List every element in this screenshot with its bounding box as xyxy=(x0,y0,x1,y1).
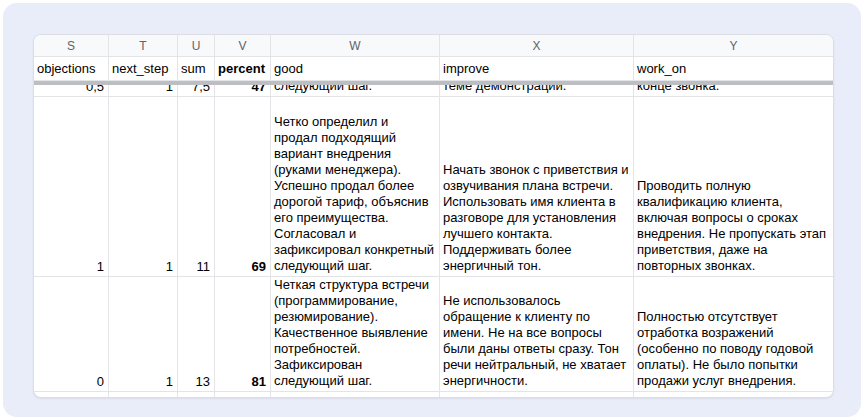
cell-good-row3[interactable]: Четкая структура встречи (программирован… xyxy=(271,277,440,392)
field-header-percent[interactable]: percent xyxy=(215,57,271,81)
spreadsheet-card: S T U V W X Y objections next_step sum p… xyxy=(33,34,834,398)
cell-objections-row3[interactable]: 0 xyxy=(34,277,109,392)
cell-next-step-row2[interactable]: 1 xyxy=(109,97,178,277)
field-header-sum[interactable]: sum xyxy=(178,57,215,81)
cell-objections-row4-clipped[interactable] xyxy=(34,392,109,397)
column-header-x[interactable]: X xyxy=(440,35,634,57)
cell-next-step-row3[interactable]: 1 xyxy=(109,277,178,392)
cell-good-row4-clipped[interactable] xyxy=(271,392,440,397)
cell-work-on-row2[interactable]: Проводить полную квалификацию клиента, в… xyxy=(634,97,833,277)
cell-percent-row4-clipped[interactable] xyxy=(215,392,271,397)
cell-work-on-row1[interactable]: конце звонка. xyxy=(634,85,833,97)
cell-good-row1[interactable]: следующий шаг. xyxy=(271,85,440,97)
cell-sum-row3[interactable]: 13 xyxy=(178,277,215,392)
cell-sum-row1[interactable]: 7,5 xyxy=(178,85,215,97)
cell-percent-row3[interactable]: 81 xyxy=(215,277,271,392)
field-header-next-step[interactable]: next_step xyxy=(109,57,178,81)
field-header-work-on[interactable]: work_on xyxy=(634,57,833,81)
cell-improve-row4-clipped[interactable] xyxy=(440,392,634,397)
cell-percent-row1[interactable]: 47 xyxy=(215,85,271,97)
cell-improve-row1[interactable]: теме демонстрации. xyxy=(440,85,634,97)
column-header-u[interactable]: U xyxy=(178,35,215,57)
cell-sum-row4-clipped[interactable] xyxy=(178,392,215,397)
cell-work-on-row4-clipped[interactable] xyxy=(634,392,833,397)
cell-good-row2[interactable]: Четко определил и продал подходящий вари… xyxy=(271,97,440,277)
field-header-objections[interactable]: objections xyxy=(34,57,109,81)
column-header-v[interactable]: V xyxy=(215,35,271,57)
field-header-good[interactable]: good xyxy=(271,57,440,81)
column-header-y[interactable]: Y xyxy=(634,35,833,57)
field-header-improve[interactable]: improve xyxy=(440,57,634,81)
cell-improve-row3[interactable]: Не использовалось обращение к клиенту по… xyxy=(440,277,634,392)
cell-next-step-row4-clipped[interactable] xyxy=(109,392,178,397)
cell-objections-row2[interactable]: 1 xyxy=(34,97,109,277)
page-background-panel: S T U V W X Y objections next_step sum p… xyxy=(3,3,861,417)
cell-objections-row1[interactable]: 0,5 xyxy=(34,85,109,97)
cell-next-step-row1[interactable]: 1 xyxy=(109,85,178,97)
cell-improve-row2[interactable]: Начать звонок с приветствия и озвучивани… xyxy=(440,97,634,277)
column-header-w[interactable]: W xyxy=(271,35,440,57)
cell-sum-row2[interactable]: 11 xyxy=(178,97,215,277)
spreadsheet-grid: S T U V W X Y objections next_step sum p… xyxy=(34,35,833,397)
cell-percent-row2[interactable]: 69 xyxy=(215,97,271,277)
column-header-t[interactable]: T xyxy=(109,35,178,57)
column-header-s[interactable]: S xyxy=(34,35,109,57)
cell-work-on-row3[interactable]: Полностью отсутствует отработка возражен… xyxy=(634,277,833,392)
